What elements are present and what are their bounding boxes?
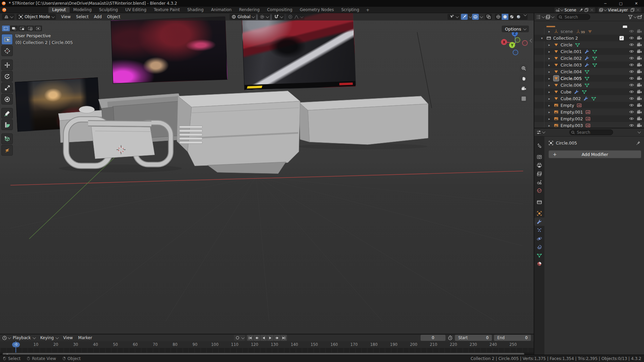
properties-options-icon[interactable]	[638, 130, 641, 133]
eye-icon[interactable]	[629, 109, 634, 115]
frame-ruler[interactable]: 0102030405060708090100110120130140150160…	[0, 341, 534, 348]
options-button[interactable]: Options	[502, 26, 529, 32]
object-name[interactable]: Empty.002	[561, 116, 583, 121]
workspace-tab[interactable]: Rendering	[235, 7, 263, 13]
collection-checkbox[interactable]: ✓	[619, 36, 624, 40]
tab-modifiers[interactable]	[534, 217, 544, 226]
select-mode-extend[interactable]	[10, 26, 18, 31]
rendered-shading-button[interactable]	[515, 14, 522, 20]
expand-icon[interactable]: ▸	[548, 104, 553, 107]
camera-render-icon[interactable]	[637, 55, 642, 61]
workspace-tab[interactable]: Sculpting	[95, 7, 121, 13]
outliner-row[interactable]: ▸ Circle.001 ✓	[534, 48, 644, 55]
frame-tick[interactable]: 120	[245, 342, 264, 347]
tab-particles[interactable]	[534, 226, 544, 234]
scale-tool[interactable]	[1, 82, 13, 93]
camera-render-icon[interactable]	[637, 76, 642, 81]
menu-item[interactable]	[14, 7, 20, 13]
frame-tick[interactable]: 150	[304, 342, 324, 347]
scene-icon[interactable]	[555, 8, 560, 12]
eye-icon[interactable]	[629, 89, 634, 94]
frame-tick[interactable]: 70	[145, 342, 165, 347]
cursor-tool[interactable]	[1, 45, 13, 56]
pin-icon[interactable]	[578, 8, 584, 12]
camera-render-icon[interactable]	[637, 29, 642, 34]
xray-toggle[interactable]	[485, 14, 492, 20]
add-cube-tool[interactable]	[1, 133, 13, 144]
outliner-row[interactable]: ▸ Empty.003 ✓	[534, 122, 644, 128]
tab-render[interactable]	[534, 153, 544, 161]
measure-tool[interactable]	[1, 119, 13, 130]
frame-tick[interactable]: 200	[404, 342, 424, 347]
outliner-row[interactable]: ▸ Cube ✓	[534, 88, 644, 95]
object-name[interactable]: Circle.001	[561, 49, 582, 54]
object-name[interactable]: Cube.002	[561, 96, 581, 101]
outliner-row[interactable]: ▸ Circle.003 ✓	[534, 62, 644, 68]
workspace-tab[interactable]: Layout	[48, 7, 70, 13]
frame-tick[interactable]: 170	[344, 342, 364, 347]
pan-button[interactable]	[519, 74, 528, 83]
outliner-row[interactable]: ▸ scene 99 ✓	[534, 28, 644, 35]
timeline-menu-item[interactable]: Marker	[75, 335, 95, 340]
tab-collection[interactable]	[534, 198, 544, 206]
frame-tick[interactable]: 110	[225, 342, 245, 347]
solid-shading-button[interactable]	[502, 14, 508, 20]
timeline-menu-item[interactable]: Playback	[10, 335, 38, 340]
expand-icon[interactable]: ▸	[548, 30, 553, 33]
eye-icon[interactable]	[629, 103, 634, 108]
frame-tick[interactable]: 190	[384, 342, 404, 347]
tab-tool[interactable]	[534, 141, 544, 150]
expand-icon[interactable]: ▸	[548, 50, 553, 53]
object-name[interactable]: Circle.003	[561, 63, 582, 68]
select-mode-intersect[interactable]	[34, 26, 42, 31]
workspace-tab[interactable]: UV Editing	[121, 7, 150, 13]
tab-world[interactable]	[534, 186, 544, 195]
object-name[interactable]: Circle.002	[561, 56, 582, 61]
eye-icon[interactable]	[629, 62, 634, 68]
proportional-editing-dropdown[interactable]	[286, 14, 305, 20]
eye-icon[interactable]	[629, 42, 634, 47]
breadcrumb-object-name[interactable]: Circle.005	[556, 140, 577, 146]
workspace-tab[interactable]: Compositing	[263, 7, 296, 13]
show-overlays-toggle[interactable]	[472, 14, 479, 20]
tab-object[interactable]	[534, 209, 544, 217]
expand-icon[interactable]: ▸	[548, 90, 553, 94]
3d-viewport[interactable]: Object Mode ViewSelectAddObject Global	[0, 13, 534, 334]
delete-scene-icon[interactable]	[589, 8, 595, 12]
current-frame-field[interactable]: 0	[421, 335, 445, 341]
timeline-menu-item[interactable]: Keying	[38, 335, 61, 340]
tab-constraints[interactable]	[534, 243, 544, 251]
camera-render-icon[interactable]	[637, 35, 642, 41]
axis-z-neg-handle[interactable]	[513, 50, 518, 55]
preview-range-stopwatch-icon[interactable]	[448, 335, 453, 340]
new-viewlayer-icon[interactable]	[630, 8, 635, 12]
jump-to-end-button[interactable]	[281, 335, 287, 341]
object-name[interactable]: Collection 2	[553, 36, 578, 41]
properties-search-input[interactable]	[569, 129, 613, 135]
object-name[interactable]: Circle.006	[561, 83, 582, 88]
camera-render-icon[interactable]	[637, 123, 642, 128]
outliner-row[interactable]: ▸ Circle.002 ✓	[534, 55, 644, 62]
close-button[interactable]: ✕	[629, 0, 644, 7]
outliner-row[interactable]: ▸ Circle ✓	[534, 41, 644, 48]
transform-tool[interactable]	[1, 94, 13, 105]
frame-tick[interactable]: 250	[503, 342, 523, 347]
start-frame-field[interactable]: Start 0	[455, 335, 492, 341]
end-frame-field[interactable]: End 0	[494, 335, 531, 341]
previous-keyframe-button[interactable]	[254, 335, 260, 341]
workspace-tab[interactable]: Texture Paint	[150, 7, 183, 13]
eye-icon[interactable]	[629, 116, 634, 121]
viewport-menu-item[interactable]: View	[59, 14, 73, 19]
frame-tick[interactable]: 60	[126, 342, 145, 347]
object-name[interactable]: Cube	[561, 89, 571, 94]
menu-item[interactable]	[8, 7, 14, 13]
expand-icon[interactable]: ▸	[548, 77, 553, 80]
select-box-tool[interactable]	[1, 34, 13, 45]
perspective-toggle-button[interactable]	[519, 94, 528, 103]
frame-tick[interactable]: 40	[85, 342, 105, 347]
camera-render-icon[interactable]	[637, 69, 642, 74]
expand-icon[interactable]: ▸	[548, 63, 553, 67]
next-keyframe-button[interactable]	[274, 335, 280, 341]
frame-tick[interactable]: 140	[284, 342, 304, 347]
eye-icon[interactable]	[629, 96, 634, 101]
